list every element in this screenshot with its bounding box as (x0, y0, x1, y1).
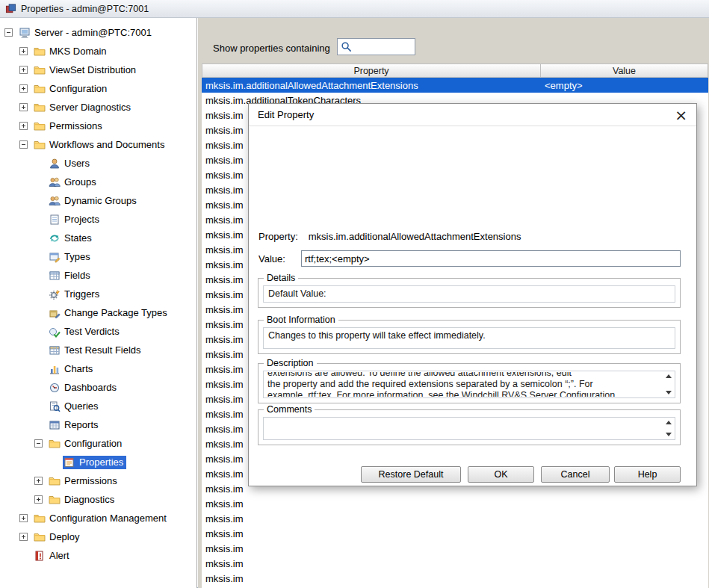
tree-node[interactable]: Groups (48, 176, 99, 189)
description-text-area[interactable]: extensions are allowed. To define the al… (263, 371, 675, 398)
tree-item-triggers[interactable]: Triggers (0, 285, 196, 303)
tree-node[interactable]: Server - admin@PTC:7001 (18, 26, 155, 40)
column-header-property[interactable]: Property (202, 64, 541, 78)
tree-item-mks-domain[interactable]: MKS Domain (0, 42, 196, 61)
tree-node[interactable]: Projects (48, 213, 102, 226)
tree-item-server-diagnostics[interactable]: Server Diagnostics (0, 98, 196, 117)
tree-item-queries[interactable]: Queries (0, 397, 196, 415)
table-row[interactable]: mksis.im (202, 526, 708, 541)
tree-item-test-result-fields[interactable]: Test Result Fields (0, 341, 196, 359)
collapse-icon[interactable] (4, 28, 13, 37)
tree-item-label: Deploy (49, 531, 79, 542)
tree-node[interactable]: Change Package Types (48, 306, 170, 320)
scroll-up-icon[interactable] (666, 421, 672, 424)
tree-node[interactable]: Properties (63, 456, 126, 469)
tree-node[interactable]: Types (48, 250, 93, 264)
tree-node[interactable]: Server Diagnostics (33, 101, 134, 114)
help-button[interactable]: Help (614, 466, 681, 483)
tree-item-test-verdicts[interactable]: Test Verdicts (0, 322, 196, 341)
tree-item-projects[interactable]: Projects (0, 210, 196, 229)
collapse-icon[interactable] (34, 439, 43, 448)
tree-item-workflows-and-documents[interactable]: Workflows and Documents (0, 135, 196, 154)
table-row[interactable]: mksis.im (202, 571, 708, 586)
scroll-down-icon[interactable] (666, 391, 672, 394)
tree-node[interactable]: Deploy (33, 530, 82, 544)
expand-icon[interactable] (19, 47, 28, 55)
tree-node[interactable]: Test Verdicts (48, 325, 123, 338)
expand-icon[interactable] (19, 66, 28, 74)
tree-item-permissions[interactable]: Permissions (0, 471, 196, 490)
tree-node[interactable]: Permissions (33, 120, 105, 133)
table-header: Property Value (202, 64, 708, 78)
tree-item-server-admin-ptc-7001[interactable]: Server - admin@PTC:7001 (0, 23, 196, 42)
ok-button[interactable]: OK (468, 466, 534, 483)
tree-node[interactable]: Diagnostics (48, 493, 117, 507)
tree-item-dynamic-groups[interactable]: Dynamic Groups (0, 191, 196, 210)
tree-item-configuration-management[interactable]: Configuration Management (0, 509, 196, 527)
tree-node[interactable]: ViewSet Distribution (33, 64, 139, 77)
scroll-down-icon[interactable] (666, 433, 672, 436)
tree-item-permissions[interactable]: Permissions (0, 117, 196, 135)
tree-node[interactable]: Dynamic Groups (48, 194, 140, 208)
dialog-title-bar[interactable]: Edit Property × (249, 104, 696, 126)
tree-node[interactable]: Configuration Management (33, 512, 170, 525)
table-row[interactable]: mksis.im (202, 511, 708, 526)
tree-node[interactable]: Alert (33, 549, 72, 563)
expand-icon[interactable] (19, 103, 28, 111)
tree-item-reports[interactable]: Reports (0, 415, 196, 434)
expand-icon[interactable] (19, 84, 28, 93)
restore-default-button[interactable]: Restore Default (361, 466, 461, 483)
value-input[interactable] (301, 250, 681, 267)
tree-item-viewset-distribution[interactable]: ViewSet Distribution (0, 61, 196, 79)
tree-node[interactable]: Configuration (48, 437, 125, 451)
tree-item-states[interactable]: States (0, 229, 196, 247)
column-header-value[interactable]: Value (541, 64, 708, 78)
tree-node[interactable]: Configuration (33, 82, 110, 96)
search-input[interactable] (352, 39, 415, 55)
expand-icon[interactable] (19, 514, 28, 522)
tree-item-configuration[interactable]: Configuration (0, 79, 196, 98)
tree-node[interactable]: States (48, 232, 95, 245)
cancel-button[interactable]: Cancel (541, 466, 610, 483)
description-scrollbar[interactable] (663, 372, 674, 397)
tree-item-properties[interactable]: Properties (0, 453, 196, 471)
title-bar[interactable]: Properties - admin@PTC:7001 (0, 0, 709, 18)
collapse-icon[interactable] (19, 140, 28, 149)
expand-icon[interactable] (34, 495, 43, 504)
tree-item-configuration[interactable]: Configuration (0, 434, 196, 453)
table-row[interactable]: mksis.im (202, 496, 708, 511)
tree-item-deploy[interactable]: Deploy (0, 527, 196, 546)
search-box[interactable] (337, 38, 415, 55)
tree-item-alert[interactable]: Alert (0, 546, 196, 565)
tree-node[interactable]: Fields (48, 269, 93, 282)
tree-node[interactable]: Charts (48, 362, 96, 376)
table-row[interactable]: mksis.im.additionalAllowedAttachmentExte… (202, 78, 708, 93)
close-icon[interactable]: × (675, 108, 687, 123)
tree-node[interactable]: Users (48, 157, 93, 170)
tree-node[interactable]: Workflows and Documents (33, 138, 167, 152)
table-row[interactable]: mksis.im (202, 556, 708, 571)
comments-text-area[interactable] (263, 417, 675, 440)
tree-node[interactable]: Test Result Fields (48, 344, 144, 357)
group-icon (49, 176, 61, 188)
tree-item-charts[interactable]: Charts (0, 359, 196, 378)
expand-icon[interactable] (19, 533, 28, 541)
tree-item-types[interactable]: Types (0, 247, 196, 266)
tree-node[interactable]: Queries (48, 400, 102, 413)
expand-icon[interactable] (34, 477, 43, 485)
tree-node[interactable]: Reports (48, 418, 102, 432)
expand-icon[interactable] (19, 122, 28, 130)
tree-node[interactable]: Dashboards (48, 381, 120, 394)
tree-node[interactable]: Triggers (48, 288, 102, 301)
table-row[interactable]: mksis.im (202, 541, 708, 556)
tree-item-diagnostics[interactable]: Diagnostics (0, 490, 196, 509)
tree-item-fields[interactable]: Fields (0, 266, 196, 285)
comments-scrollbar[interactable] (663, 418, 674, 439)
tree-item-users[interactable]: Users (0, 154, 196, 173)
tree-node[interactable]: Permissions (48, 474, 120, 488)
tree-node[interactable]: MKS Domain (33, 45, 110, 58)
scroll-up-icon[interactable] (666, 374, 672, 378)
tree-item-dashboards[interactable]: Dashboards (0, 378, 196, 397)
tree-item-groups[interactable]: Groups (0, 173, 196, 191)
tree-item-change-package-types[interactable]: Change Package Types (0, 303, 196, 322)
